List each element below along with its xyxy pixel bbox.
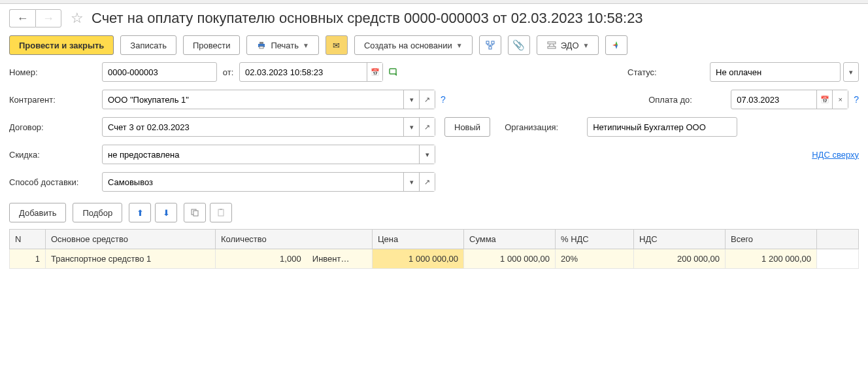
counterparty-dropdown[interactable]: ▾ bbox=[403, 90, 419, 109]
cell-n[interactable]: 1 bbox=[10, 249, 46, 269]
svg-rect-3 bbox=[486, 41, 489, 44]
org-label: Организация: bbox=[505, 122, 587, 132]
save-button[interactable]: Записать bbox=[120, 35, 176, 55]
structure-button[interactable] bbox=[479, 35, 501, 55]
print-button[interactable]: Печать ▼ bbox=[246, 35, 319, 55]
pay-until-clear[interactable]: × bbox=[832, 90, 848, 109]
delivery-open[interactable]: ↗ bbox=[419, 173, 435, 191]
col-price[interactable]: Цена bbox=[373, 230, 464, 249]
email-button[interactable]: ✉ bbox=[326, 35, 348, 55]
items-table: N Основное средство Количество Цена Сумм… bbox=[9, 229, 859, 269]
pay-until-label: Оплата до: bbox=[648, 95, 731, 105]
close-icon: × bbox=[838, 96, 842, 103]
cell-vat[interactable]: 200 000,00 bbox=[634, 249, 726, 269]
chevron-down-icon: ▾ bbox=[426, 150, 429, 159]
nav-back-button[interactable]: ← bbox=[9, 9, 35, 27]
contract-label: Договор: bbox=[9, 122, 102, 132]
status-input[interactable] bbox=[710, 63, 840, 81]
svg-rect-7 bbox=[548, 46, 556, 48]
edo-button[interactable]: ЭДО ▼ bbox=[537, 35, 599, 55]
copy-button[interactable] bbox=[184, 203, 206, 222]
number-input[interactable] bbox=[103, 63, 216, 81]
svg-rect-4 bbox=[492, 41, 494, 44]
chevron-down-icon: ▾ bbox=[410, 123, 414, 132]
discount-dropdown[interactable]: ▾ bbox=[419, 145, 435, 164]
contract-dropdown[interactable]: ▾ bbox=[403, 118, 419, 136]
counterparty-open[interactable]: ↗ bbox=[419, 90, 435, 109]
chevron-down-icon: ▾ bbox=[849, 68, 853, 77]
cell-vat-rate[interactable]: 20% bbox=[556, 249, 634, 269]
open-icon: ↗ bbox=[424, 178, 430, 186]
svg-rect-2 bbox=[259, 46, 263, 48]
col-total[interactable]: Всего bbox=[726, 230, 817, 249]
help-icon[interactable]: ? bbox=[441, 94, 446, 105]
col-asset[interactable]: Основное средство bbox=[46, 230, 216, 249]
pay-until-input[interactable] bbox=[731, 90, 816, 109]
help-icon[interactable]: ? bbox=[854, 94, 859, 105]
discount-input[interactable] bbox=[103, 145, 419, 164]
move-up-button[interactable]: ⬆ bbox=[129, 203, 151, 222]
col-qty[interactable]: Количество bbox=[216, 230, 373, 249]
cell-sum[interactable]: 1 000 000,00 bbox=[464, 249, 556, 269]
hierarchy-icon bbox=[485, 40, 495, 50]
favorite-star-icon[interactable]: ☆ bbox=[71, 10, 84, 27]
dk-button[interactable] bbox=[605, 35, 627, 55]
vat-mode-link[interactable]: НДС сверху bbox=[812, 150, 859, 160]
select-items-button[interactable]: Подбор bbox=[73, 203, 122, 222]
table-row[interactable]: 1 Транспортное средство 1 1,000 Инвент… … bbox=[10, 249, 859, 269]
cell-total[interactable]: 1 200 000,00 bbox=[726, 249, 817, 269]
edo-icon bbox=[546, 40, 557, 50]
delivery-input[interactable] bbox=[103, 173, 403, 191]
nav-forward-button[interactable]: → bbox=[35, 9, 61, 27]
counterparty-label: Контрагент: bbox=[9, 95, 102, 105]
arrow-down-icon: ⬇ bbox=[163, 208, 170, 218]
col-sum[interactable]: Сумма bbox=[464, 230, 556, 249]
refresh-icon[interactable] bbox=[388, 67, 399, 77]
paperclip-icon: 📎 bbox=[512, 39, 525, 51]
col-vat-rate[interactable]: % НДС bbox=[556, 230, 634, 249]
org-input[interactable] bbox=[588, 118, 737, 136]
paste-button[interactable] bbox=[210, 203, 232, 222]
status-label: Статус: bbox=[627, 67, 710, 77]
svg-rect-10 bbox=[193, 211, 198, 216]
svg-rect-5 bbox=[489, 46, 492, 49]
date-input[interactable] bbox=[240, 63, 367, 81]
move-down-button[interactable]: ⬇ bbox=[155, 203, 177, 222]
chevron-down-icon: ▾ bbox=[410, 96, 414, 104]
paste-icon bbox=[216, 208, 225, 217]
calendar-icon: 📅 bbox=[371, 68, 380, 77]
cell-asset[interactable]: Транспортное средство 1 bbox=[46, 249, 216, 269]
arrow-up-icon: ⬆ bbox=[137, 208, 144, 218]
cell-price[interactable]: 1 000 000,00 bbox=[373, 249, 464, 269]
status-dropdown-button[interactable]: ▾ bbox=[843, 62, 859, 82]
chevron-down-icon: ▼ bbox=[456, 42, 463, 49]
delivery-dropdown[interactable]: ▾ bbox=[403, 173, 419, 191]
col-n[interactable]: N bbox=[10, 230, 46, 249]
add-row-button[interactable]: Добавить bbox=[9, 203, 66, 222]
cell-qty[interactable]: 1,000 Инвент… bbox=[216, 249, 373, 269]
qty-unit: Инвент… bbox=[309, 254, 367, 264]
calendar-button[interactable]: 📅 bbox=[367, 63, 382, 81]
svg-rect-12 bbox=[220, 209, 222, 210]
number-label: Номер: bbox=[9, 67, 102, 77]
create-based-on-button[interactable]: Создать на основании ▼ bbox=[354, 35, 473, 55]
contract-input[interactable] bbox=[103, 118, 403, 136]
printer-icon bbox=[256, 40, 267, 50]
delivery-label: Способ доставки: bbox=[9, 177, 102, 187]
contract-open[interactable]: ↗ bbox=[419, 118, 435, 136]
pay-until-calendar[interactable]: 📅 bbox=[816, 90, 832, 109]
col-blank bbox=[817, 230, 859, 249]
svg-rect-8 bbox=[390, 69, 396, 74]
svg-rect-1 bbox=[259, 42, 263, 44]
col-vat[interactable]: НДС bbox=[634, 230, 726, 249]
post-and-close-button[interactable]: Провести и закрыть bbox=[9, 35, 114, 55]
new-contract-button[interactable]: Новый bbox=[444, 117, 490, 137]
from-label: от: bbox=[217, 67, 239, 77]
chevron-down-icon: ▼ bbox=[303, 42, 309, 49]
post-button[interactable]: Провести bbox=[183, 35, 241, 55]
discount-label: Скидка: bbox=[9, 150, 102, 160]
attachment-button[interactable]: 📎 bbox=[508, 35, 530, 55]
counterparty-input[interactable] bbox=[103, 90, 403, 109]
dk-icon bbox=[611, 40, 622, 50]
open-icon: ↗ bbox=[424, 96, 430, 104]
